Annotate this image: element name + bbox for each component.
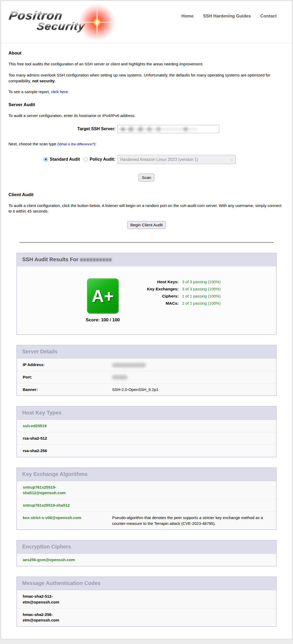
policy-audit-label[interactable]: Policy Audit: (90, 157, 115, 162)
policy-select[interactable]: Hardened Amazon Linux 2023 (version 1) ⌄ (117, 155, 236, 164)
client-audit-paragraph: To audit a client configuration, click t… (8, 203, 285, 214)
redacted-ip-value (112, 363, 146, 367)
key-exchange-algorithms-panel: Key Exchange Algorithms sntrup761x25519-… (16, 467, 277, 530)
results-panel-header: SSH Audit Results For xxxxxxxxxx (17, 253, 276, 266)
standard-audit-label[interactable]: Standard Audit (50, 157, 80, 162)
host-key-name: ssh-ed25519 (23, 424, 52, 428)
kex-name: sntrup761x25519- sha512@openssh.com (23, 484, 112, 496)
kex-name: kex-strict-s-v00@openssh.com (23, 515, 112, 526)
key-exchange-header: Key Exchange Algorithms (17, 468, 276, 481)
begin-client-audit-button[interactable]: Begin Client Audit (127, 221, 166, 229)
ip-address-value (112, 362, 276, 368)
stat-row-ciphers: Ciphers: 1 of 1 passing (100%) (139, 294, 221, 299)
not-security-emphasis: not security (32, 79, 55, 83)
host-key-name: rsa-sha2-512 (23, 436, 52, 440)
banner-label: Banner: (23, 387, 112, 393)
kex-name: sntrup761x25519-sha512 (23, 502, 112, 508)
stat-row-macs: MACs: 2 of 2 passing (100%) (139, 301, 221, 306)
about-p2-period: . (55, 79, 56, 83)
sample-report-link[interactable]: click here (51, 89, 68, 94)
redacted-input-value (118, 126, 198, 132)
table-row: hmac-sha2-256- etm@openssh.com (17, 608, 276, 627)
table-row: IP Address: (17, 358, 276, 371)
table-row: rsa-sha2-512 (17, 432, 276, 444)
client-audit-text: To audit a client configuration, click t… (8, 203, 180, 208)
port-value (112, 374, 276, 380)
main-page-card: Positron Security Home SSH Hardening Gui… (1, 1, 292, 639)
table-row: sntrup761x25519- sha512@openssh.com (17, 481, 276, 499)
host-key-name: rsa-sha2-256 (23, 448, 52, 453)
host-key-types-header: Host Key Types (17, 407, 276, 420)
target-server-input[interactable] (117, 125, 219, 133)
kex-note (112, 484, 276, 496)
grade-badge: A+ (87, 278, 119, 314)
scan-type-suffix: ): (94, 142, 96, 146)
kex-note (112, 502, 276, 508)
encryption-ciphers-header: Encryption Ciphers (17, 541, 276, 553)
message-authentication-codes-panel: Message Authentication Codes hmac-sha2-5… (16, 577, 277, 627)
nav-item-contact[interactable]: Contact (260, 13, 277, 40)
host-key-types-panel: Host Key Types ssh-ed25519 rsa-sha2-512 … (16, 406, 277, 457)
server-details-panel: Server Details IP Address: Port: Banner:… (16, 345, 277, 396)
stat-row-key-exchanges: Key Exchanges: 3 of 3 passing (100%) (139, 287, 221, 291)
stat-label: Key Exchanges: (139, 287, 182, 291)
scan-type-difference-link[interactable]: What is the difference? (59, 142, 94, 146)
stat-value: 1 of 1 passing (100%) (182, 294, 221, 299)
policy-audit-radio[interactable] (84, 157, 88, 161)
table-row: aes256-gcm@openssh.com (17, 553, 276, 566)
stat-value: 3 of 3 passing (100%) (182, 287, 221, 291)
server-audit-heading: Server Audit (8, 102, 285, 107)
stat-value: 3 of 3 passing (100%) (182, 280, 221, 284)
sample-report-text: To see a sample report, (8, 89, 51, 94)
client-audit-heading: Client Audit (8, 192, 285, 197)
scan-button-row: Scan (8, 174, 285, 182)
stat-label: Host Keys: (139, 280, 182, 284)
port-label: Port: (23, 374, 112, 380)
cipher-name: aes256-gcm@openssh.com (23, 557, 80, 562)
encryption-ciphers-panel: Encryption Ciphers aes256-gcm@openssh.co… (16, 540, 277, 566)
nav-item-ssh-hardening-guides[interactable]: SSH Hardening Guides (203, 13, 251, 40)
results-stats: Host Keys: 3 of 3 passing (100%) Key Exc… (139, 280, 221, 308)
mac-name: hmac-sha2-256- etm@openssh.com (23, 612, 65, 623)
stat-row-host-keys: Host Keys: 3 of 3 passing (100%) (139, 280, 221, 284)
target-server-row: Target SSH Server: (8, 125, 285, 133)
ip-address-label: IP Address: (23, 362, 112, 368)
kex-note: Pseudo-algorithm that denotes the peer s… (112, 515, 276, 526)
server-details-header: Server Details (17, 345, 276, 358)
scan-type-options-row: Standard Audit Policy Audit: Hardened Am… (44, 155, 285, 164)
table-row: rsa-sha2-256 (17, 444, 276, 457)
stat-label: Ciphers: (139, 294, 182, 299)
logo-text-line2: Security (36, 20, 86, 33)
scan-button[interactable]: Scan (139, 174, 154, 182)
chevron-down-icon: ⌄ (231, 155, 233, 164)
site-header: Positron Security Home SSH Hardening Gui… (1, 1, 292, 43)
about-paragraph-2: Too many admins overlook SSH configurati… (8, 72, 285, 84)
results-body: A+ Score: 100 / 100 Host Keys: 3 of 3 pa… (17, 266, 276, 334)
stat-label: MACs: (139, 301, 182, 306)
target-server-label: Target SSH Server: (8, 127, 117, 131)
sample-report-period: . (68, 89, 69, 94)
table-row: Banner: SSH-2.0-OpenSSH_9.2p1 (17, 383, 276, 396)
mac-name: hmac-sha2-512- etm@openssh.com (23, 594, 65, 604)
section-divider (20, 242, 273, 243)
table-row: kex-strict-s-v00@openssh.com Pseudo-algo… (17, 511, 276, 530)
table-row: hmac-sha2-512- etm@openssh.com (17, 590, 276, 608)
nav-item-home[interactable]: Home (181, 13, 194, 40)
ssh-audit-results-panel: SSH Audit Results For xxxxxxxxxx A+ Scor… (16, 253, 277, 335)
policy-selected-option: Hardened Amazon Linux 2023 (version 1) (120, 157, 198, 162)
table-row: Port: (17, 371, 276, 383)
table-row: sntrup761x25519-sha512 (17, 499, 276, 511)
about-paragraph-1: This free tool audits the configuration … (8, 61, 285, 67)
positron-security-logo[interactable]: Positron Security (9, 8, 115, 40)
score-text: Score: 100 / 100 (72, 317, 133, 323)
stat-value: 2 of 2 passing (100%) (182, 301, 221, 306)
main-nav: Home SSH Hardening Guides Contact (181, 13, 277, 40)
server-audit-instruction: To audit a server configuration, enter i… (8, 113, 285, 119)
sample-report-paragraph: To see a sample report, click here. (8, 89, 285, 95)
standard-audit-radio[interactable] (44, 157, 48, 161)
macs-header: Message Authentication Codes (17, 577, 276, 590)
redacted-port-value (112, 375, 127, 380)
banner-value: SSH-2.0-OpenSSH_9.2p1 (112, 387, 276, 393)
about-heading: About (8, 51, 285, 56)
results-title: SSH Audit Results For (22, 256, 80, 262)
